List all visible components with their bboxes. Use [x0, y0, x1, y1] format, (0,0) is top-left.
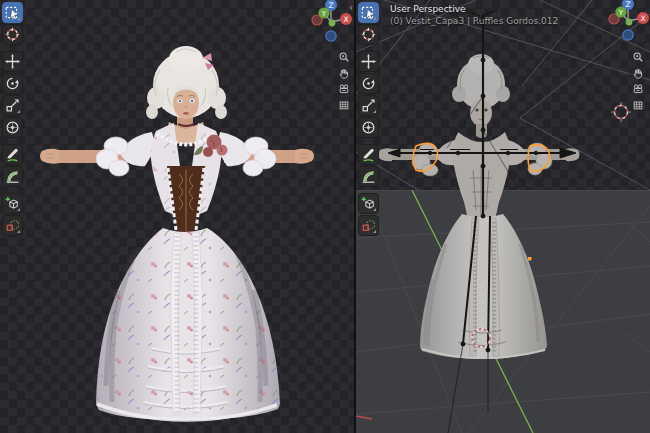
camera-icon [632, 83, 644, 95]
tool-scale[interactable] [358, 95, 379, 116]
collection-object-label: (0) Vestit_Capa3 | Ruffles Gordos.012 [390, 15, 558, 27]
camera-icon [338, 83, 350, 95]
tool-add-primitive[interactable] [2, 215, 23, 236]
view-controls [336, 49, 351, 113]
tool-transform[interactable] [358, 117, 379, 138]
zoom-button[interactable] [630, 49, 645, 64]
view-perspective-label: User Perspective [390, 3, 558, 15]
camera-view-button[interactable] [630, 81, 645, 96]
tool-annotate[interactable] [358, 144, 379, 165]
tool-measure[interactable] [2, 166, 23, 187]
navigation-gizmo[interactable]: Z Y X [605, 0, 650, 43]
tool-shelf [358, 2, 379, 237]
tool-select-box[interactable] [358, 2, 379, 23]
gizmo-z-label: Z [625, 0, 630, 9]
object-origin-dot [528, 257, 532, 261]
x-axis-line [356, 416, 372, 419]
tool-shelf [2, 2, 23, 237]
projection-toggle-button[interactable] [630, 97, 645, 112]
tool-add-cube[interactable] [358, 193, 379, 214]
tool-measure[interactable] [358, 166, 379, 187]
camera-view-button[interactable] [336, 81, 351, 96]
tool-cursor-3d[interactable] [358, 24, 379, 45]
gizmo-y-label: Y [321, 10, 327, 18]
tool-transform[interactable] [2, 117, 23, 138]
model-right[interactable] [379, 54, 580, 359]
gizmo-y-label: Y [618, 9, 624, 17]
sidebar-toggle-arrow[interactable]: ‹ [349, 3, 353, 13]
magnifier-icon [338, 51, 350, 63]
tool-cursor-3d[interactable] [2, 24, 23, 45]
hand-icon [338, 67, 350, 79]
blender-dual-viewport: Z Y X [0, 0, 650, 433]
scene-right [356, 0, 650, 433]
gizmo-x-label: X [640, 14, 645, 23]
viewport-overlay-text: User Perspective (0) Vestit_Capa3 | Ruff… [390, 3, 558, 27]
gizmo-x-label: X [343, 15, 348, 24]
zoom-button[interactable] [336, 49, 351, 64]
grid-icon [338, 99, 350, 111]
projection-toggle-button[interactable] [336, 97, 351, 112]
tool-annotate[interactable] [2, 144, 23, 165]
tool-rotate[interactable] [358, 73, 379, 94]
navigation-gizmo[interactable]: Z Y X [308, 0, 354, 44]
view-controls [630, 49, 645, 113]
tool-move[interactable] [358, 51, 379, 72]
pan-button[interactable] [336, 65, 351, 80]
scene-left [0, 0, 354, 433]
tool-add-primitive[interactable] [358, 215, 379, 236]
tool-move[interactable] [2, 51, 23, 72]
tool-rotate[interactable] [2, 73, 23, 94]
gizmo-z-label: Z [328, 1, 333, 10]
tool-add-cube[interactable] [2, 193, 23, 214]
model-left[interactable] [40, 46, 314, 420]
tool-scale[interactable] [2, 95, 23, 116]
tool-select-box[interactable] [2, 2, 23, 23]
viewport-left: Z Y X [0, 0, 354, 433]
grid-icon [632, 99, 644, 111]
3d-cursor [611, 102, 631, 122]
magnifier-icon [632, 51, 644, 63]
viewport-right: User Perspective (0) Vestit_Capa3 | Ruff… [356, 0, 650, 433]
hand-icon [632, 67, 644, 79]
pan-button[interactable] [630, 65, 645, 80]
